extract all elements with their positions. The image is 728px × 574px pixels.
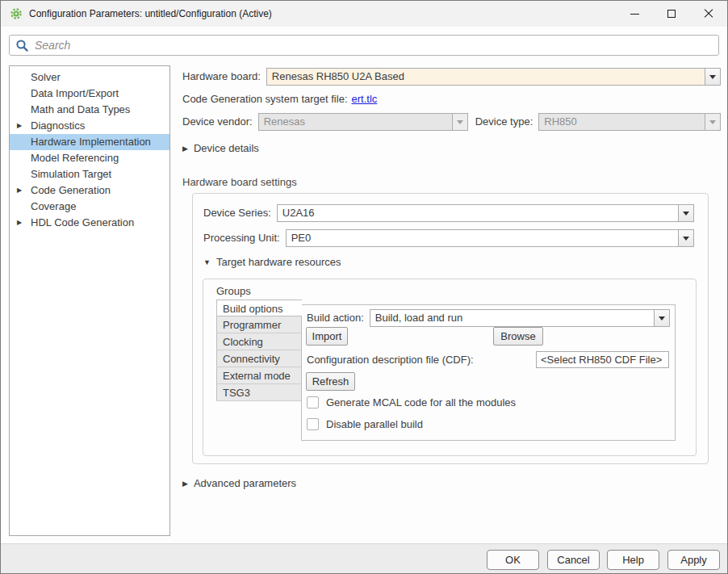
sidebar-item-data-import-export[interactable]: Data Import/Export — [10, 86, 169, 102]
target-file-label: Code Generation system target file: — [182, 93, 348, 105]
disable-parallel-build-label: Disable parallel build — [326, 418, 423, 430]
minimize-icon — [630, 14, 639, 15]
target-hardware-resources-expander[interactable]: ▼Target hardware resources — [203, 256, 341, 268]
chevron-down-icon — [683, 237, 689, 241]
device-details-expander[interactable]: ▶Device details — [182, 142, 721, 154]
browse-button[interactable]: Browse — [493, 327, 543, 346]
dropdown-arrow-button[interactable] — [654, 310, 669, 326]
configuration-parameters-window: Configuration Parameters: untitled/Confi… — [0, 0, 728, 574]
tab-external-mode[interactable]: External mode — [216, 367, 301, 384]
target-hardware-resources-group: Groups Build options Programmer Clocking… — [203, 279, 697, 456]
refresh-button[interactable]: Refresh — [306, 372, 355, 391]
sidebar-item-model-referencing[interactable]: Model Referencing — [10, 150, 169, 166]
chevron-down-icon — [659, 316, 665, 321]
chevron-down-icon — [457, 120, 463, 124]
hardware-board-settings-title: Hardware board settings — [182, 176, 721, 188]
dropdown-arrow-button — [452, 114, 467, 130]
build-options-panel: Build action: Build, load and run Import… — [301, 304, 676, 441]
dropdown-arrow-button[interactable] — [705, 69, 720, 85]
cdf-label: Configuration description file (CDF): — [307, 354, 474, 366]
minimize-button[interactable] — [616, 1, 653, 27]
sidebar-item-hdl-code-generation[interactable]: ▶HDL Code Generation — [10, 215, 169, 231]
help-button[interactable]: Help — [607, 550, 659, 570]
close-button[interactable] — [690, 1, 727, 27]
cancel-button[interactable]: Cancel — [547, 550, 600, 570]
build-action-label: Build action: — [307, 309, 364, 327]
sidebar-item-hardware-implementation[interactable]: Hardware Implementation — [10, 134, 169, 150]
groups-label: Groups — [216, 285, 251, 297]
close-icon — [704, 9, 713, 19]
chevron-down-icon — [709, 120, 716, 124]
maximize-button[interactable] — [653, 1, 690, 27]
processing-unit-label: Processing Unit: — [203, 229, 280, 247]
cdf-file-input[interactable] — [536, 351, 669, 368]
expanded-arrow-icon: ▼ — [203, 258, 211, 266]
tab-tsg3[interactable]: TSG3 — [216, 384, 301, 401]
main-panel: Hardware board: Renesas RH850 U2A Based … — [182, 65, 721, 489]
processing-unit-combobox[interactable]: PE0 — [286, 229, 694, 247]
sidebar-item-diagnostics[interactable]: ▶Diagnostics — [10, 118, 169, 134]
advanced-parameters-expander[interactable]: ▶Advanced parameters — [182, 477, 721, 489]
tab-clocking[interactable]: Clocking — [216, 333, 301, 350]
footer-bar: OK Cancel Help Apply — [1, 543, 727, 574]
build-action-combobox[interactable]: Build, load and run — [370, 309, 670, 327]
collapsed-arrow-icon: ▶ — [182, 480, 188, 488]
device-type-label: Device type: — [475, 113, 533, 131]
ert-tlc-link[interactable]: ert.tlc — [352, 93, 378, 105]
ok-button[interactable]: OK — [487, 550, 539, 570]
generate-mcal-label: Generate MCAL code for all the modules — [326, 396, 516, 409]
sidebar-item-code-generation[interactable]: ▶Code Generation — [10, 182, 169, 199]
chevron-down-icon — [709, 75, 716, 79]
search-icon — [15, 39, 29, 52]
sidebar-item-math-and-data-types[interactable]: Math and Data Types — [10, 102, 169, 118]
hardware-board-combobox[interactable]: Renesas RH850 U2A Based — [266, 68, 721, 86]
device-series-combobox[interactable]: U2A16 — [277, 204, 694, 222]
device-vendor-label: Device vendor: — [182, 113, 253, 131]
apply-button[interactable]: Apply — [667, 550, 720, 570]
dropdown-arrow-button[interactable] — [678, 205, 693, 221]
tab-build-options[interactable]: Build options — [216, 300, 302, 316]
import-button[interactable]: Import — [306, 327, 348, 346]
sidebar-item-coverage[interactable]: Coverage — [10, 199, 169, 215]
expand-arrow-icon[interactable]: ▶ — [17, 215, 22, 231]
device-vendor-combobox: Renesas — [258, 113, 468, 131]
dropdown-arrow-button[interactable] — [678, 230, 693, 246]
device-series-label: Device Series: — [203, 204, 271, 222]
hardware-board-label: Hardware board: — [182, 68, 261, 86]
search-bar — [9, 35, 719, 56]
target-file-row: Code Generation system target file:ert.t… — [182, 93, 721, 105]
sidebar-item-solver[interactable]: Solver — [10, 69, 169, 86]
expand-arrow-icon[interactable]: ▶ — [17, 182, 22, 199]
collapsed-arrow-icon: ▶ — [182, 145, 188, 153]
tab-connectivity[interactable]: Connectivity — [216, 350, 301, 367]
hardware-board-settings-group: Device Series: U2A16 Processing Unit: PE… — [192, 193, 709, 464]
disable-parallel-build-checkbox[interactable] — [307, 418, 319, 430]
expand-arrow-icon[interactable]: ▶ — [17, 118, 22, 134]
chevron-down-icon — [683, 212, 689, 216]
groups-tab-list: Build options Programmer Clocking Connec… — [216, 300, 301, 401]
sidebar-tree: Solver Data Import/Export Math and Data … — [9, 65, 170, 536]
maximize-icon — [667, 10, 676, 18]
sidebar-item-simulation-target[interactable]: Simulation Target — [10, 166, 169, 182]
dropdown-arrow-button — [705, 114, 720, 130]
tab-programmer[interactable]: Programmer — [216, 316, 301, 333]
search-input[interactable] — [35, 36, 718, 55]
window-title: Configuration Parameters: untitled/Confi… — [29, 8, 272, 19]
gear-icon — [10, 7, 23, 20]
device-type-combobox: RH850 — [538, 113, 721, 131]
title-bar: Configuration Parameters: untitled/Confi… — [1, 1, 727, 27]
generate-mcal-checkbox[interactable] — [307, 396, 319, 409]
